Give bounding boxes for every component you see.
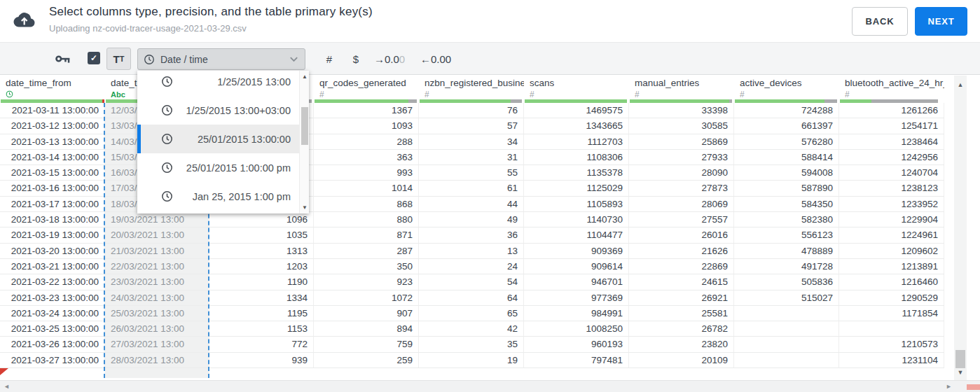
text-type-button[interactable]: TT [106,48,131,70]
dropdown-scrollbar-thumb[interactable] [301,107,308,145]
cell: 76 [419,103,524,118]
column-header-label: date_t [111,78,137,88]
table-row: 2021-03-22 13:00:0023/03/2021 13:0011909… [0,274,944,290]
numeric-type-button[interactable]: # [322,43,336,75]
primary-key-icon[interactable] [55,51,71,66]
column-header-bluetooth_active_24_hr_[interactable]: bluetooth_active_24_hr_# [839,76,944,103]
dropdown-scrollbar[interactable]: ▲ ▼ [299,71,309,214]
cell: 1135378 [524,165,629,180]
date-format-option[interactable]: Jan 25, 2015 1:00 pm [137,182,299,211]
cell: 26782 [629,321,734,336]
cell: 1242956 [839,150,944,164]
date-format-select[interactable]: Date / time [137,48,305,70]
cell: 1105893 [524,197,629,211]
currency-type-button[interactable]: $ [349,43,363,75]
cell: 2021-03-27 13:00:00 [0,353,105,368]
scroll-up-icon[interactable]: ▲ [954,81,967,88]
scroll-down-icon[interactable]: ▼ [300,204,309,211]
column-header-date_time_from[interactable]: date_time_from [0,76,105,103]
column-header-label: active_devices [740,78,802,88]
cell: 259 [314,353,419,368]
vertical-scrollbar[interactable]: ▲ ▼ [954,76,967,380]
cell: 55 [419,165,524,180]
cell: 1313 [209,244,314,258]
cell: 1233952 [839,197,944,211]
cell: 19 [419,353,524,368]
cell: 26016 [629,227,734,242]
scroll-left-icon[interactable]: ◄ [4,383,10,390]
column-header-active_devices[interactable]: active_devices# [734,76,839,103]
cell: 1367 [314,103,419,118]
column-header-scans[interactable]: scans# [524,76,629,103]
date-format-option[interactable]: 25/01/2015 1:00:00 pm [137,153,299,182]
next-button[interactable]: NEXT [915,7,967,36]
cell: 19/03/2021 13:00 [105,212,209,227]
column-header-label: scans [530,78,554,88]
column-type-badge: # [740,90,745,99]
scroll-up-icon[interactable]: ▲ [300,74,309,80]
cell: 33398 [629,103,734,118]
date-format-option[interactable]: 1/25/2015 13:00+03:00 [137,96,299,125]
cell: 30585 [629,118,734,133]
cell: 2021-03-12 13:00:00 [0,118,105,133]
date-format-option-label: 25/01/2015 1:00:00 pm [173,162,299,174]
cell: 49 [419,212,524,227]
cell: 1254171 [839,118,944,133]
column-header-manual_entries[interactable]: manual_entries# [629,76,734,103]
page-title: Select columns type, precision, and the … [49,5,373,19]
cell: 28069 [629,197,734,211]
import-wizard-screen: Select columns type, precision, and the … [0,0,980,392]
cell: 25581 [629,306,734,321]
vertical-scrollbar-thumb[interactable] [955,350,965,368]
cell: 797481 [524,353,629,368]
scroll-down-icon[interactable]: ▼ [954,369,967,376]
table-row: 2021-03-24 13:00:0025/03/2021 13:0011959… [0,306,944,321]
cell: 587890 [734,181,839,195]
cell: 1238464 [839,134,944,149]
cell: 977369 [524,290,629,305]
cell: 2021-03-26 13:00:00 [0,337,105,351]
column-header-label: bluetooth_active_24_hr_ [845,78,944,88]
scrollbar-corner [967,384,980,390]
cell: 1153 [209,321,314,336]
cell: 2021-03-23 13:00:00 [0,290,105,305]
include-column-checkbox[interactable]: ✓ [88,52,100,64]
cell: 1072 [314,290,419,305]
cell: 2021-03-24 13:00:00 [0,306,105,321]
cell: 24/03/2021 13:00 [105,290,209,305]
cell: 1093 [314,118,419,133]
decrease-decimals-button[interactable]: ←0.00 [420,43,451,75]
column-header-nzbn_registered_busine[interactable]: nzbn_registered_busine# [419,76,524,103]
cell: 772 [209,337,314,351]
cell: 2021-03-11 13:00:00 [0,103,105,118]
cell: 515027 [734,290,839,305]
date-format-option[interactable]: 1/25/2015 13:00 [137,71,299,96]
cell: 2021-03-13 13:00:00 [0,134,105,149]
cell: 1229904 [839,212,944,227]
cell: 1140730 [524,212,629,227]
cell: 57 [419,118,524,133]
cell: 2021-03-18 13:00:00 [0,212,105,227]
back-button[interactable]: BACK [852,7,908,36]
cell [734,306,839,321]
cell: 894 [314,321,419,336]
table-row: 2021-03-26 13:00:0027/03/2021 13:0077275… [0,337,944,352]
cell [839,321,944,336]
table-row: 2021-03-25 13:00:0026/03/2021 13:0011538… [0,321,944,337]
cell: 880 [314,212,419,227]
date-format-option[interactable]: 25/01/2015 13:00:00 [137,125,299,153]
cell: 2021-03-14 13:00:00 [0,150,105,164]
cell: 993 [314,165,419,180]
cell: 1190 [209,274,314,289]
cell: 909614 [524,259,629,274]
column-type-badge: # [635,90,640,99]
table-row: 2021-03-20 13:00:0021/03/2021 13:0013132… [0,244,944,259]
cell: 13 [419,244,524,258]
cell: 25/03/2021 13:00 [105,306,209,321]
cell: 946701 [524,274,629,289]
increase-decimals-button[interactable]: →0.00 [374,43,405,75]
scroll-right-icon[interactable]: ► [946,383,952,390]
column-header-qr_codes_generated[interactable]: qr_codes_generated# [314,76,419,103]
horizontal-scrollbar[interactable]: ◄ ► [0,380,980,392]
cell: 44 [419,197,524,211]
